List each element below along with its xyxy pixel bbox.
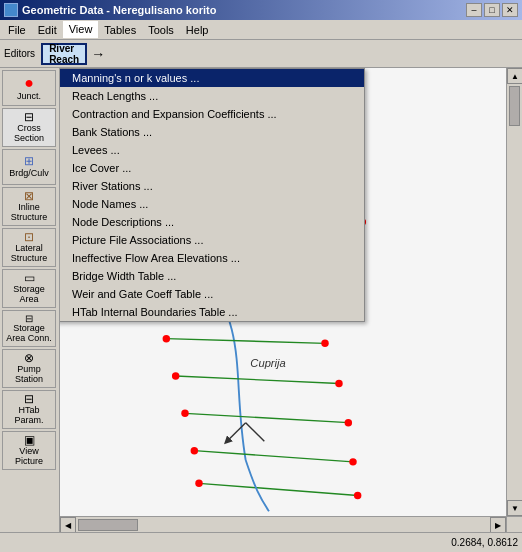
dropdown-item-node-descriptions[interactable]: Node Descriptions ...	[60, 213, 364, 231]
status-coords: 0.2684, 0.8612	[451, 537, 518, 548]
sidebar-item-storage-area[interactable]: ▭ Storage Area	[2, 269, 56, 308]
sidebar-label-pump: Pump Station	[15, 365, 43, 385]
menu-bar: File Edit View Tables Tools Help	[0, 20, 522, 40]
menu-tables[interactable]: Tables	[98, 22, 142, 38]
brdg-icon: ⊞	[24, 155, 34, 168]
main-area: ● Junct. ⊟ Cross Section ⊞ Brdg/Culv ⊠ I…	[0, 68, 522, 532]
svg-point-39	[349, 458, 356, 465]
dropdown-item-ineffective[interactable]: Ineffective Flow Area Elevations ...	[60, 249, 364, 267]
toolbar: Editors River Reach →	[0, 40, 522, 68]
scrollbar-corner	[506, 516, 522, 532]
dropdown-item-river-stations[interactable]: River Stations ...	[60, 177, 364, 195]
svg-line-10	[176, 376, 339, 383]
scroll-thumb-h[interactable]	[78, 519, 138, 531]
scroll-track-v	[507, 84, 522, 500]
svg-point-36	[181, 410, 188, 417]
sidebar-item-storage-conn[interactable]: ⊟ Storage Area Conn.	[2, 310, 56, 347]
menu-help[interactable]: Help	[180, 22, 215, 38]
scroll-track-h	[76, 517, 490, 532]
dropdown-item-htab-boundaries[interactable]: HTab Internal Boundaries Table ...	[60, 303, 364, 321]
scroll-right-button[interactable]: ▶	[490, 517, 506, 532]
menu-tools[interactable]: Tools	[142, 22, 180, 38]
view-picture-icon: ▣	[24, 434, 35, 447]
sidebar-item-junct[interactable]: ● Junct.	[2, 70, 56, 106]
junct-icon: ●	[24, 74, 34, 92]
dropdown-item-bank-stations[interactable]: Bank Stations ...	[60, 123, 364, 141]
dropdown-item-contraction[interactable]: Contraction and Expansion Coefficients .…	[60, 105, 364, 123]
scroll-left-button[interactable]: ◀	[60, 517, 76, 532]
maximize-button[interactable]: □	[484, 3, 500, 17]
svg-line-11	[185, 413, 348, 422]
status-bar: 0.2684, 0.8612	[0, 532, 522, 552]
dropdown-item-bridge-width[interactable]: Bridge Width Table ...	[60, 267, 364, 285]
htab-icon: ⊟	[24, 393, 34, 406]
scroll-down-button[interactable]: ▼	[507, 500, 522, 516]
scroll-up-button[interactable]: ▲	[507, 68, 522, 84]
canvas-area[interactable]: Cuprija ▲ ▼ ◀	[60, 68, 522, 532]
svg-line-44	[246, 423, 265, 442]
title-bar: Geometric Data - Neregulisano korito – □…	[0, 0, 522, 20]
svg-point-38	[191, 447, 198, 454]
svg-line-12	[194, 451, 353, 462]
dropdown-item-node-names[interactable]: Node Names ...	[60, 195, 364, 213]
sidebar-item-inline-structure[interactable]: ⊠ Inline Structure	[2, 187, 56, 226]
menu-view[interactable]: View	[63, 21, 99, 38]
sidebar-label-lateral: Lateral Structure	[11, 244, 48, 264]
sidebar-label-storage-conn: Storage Area Conn.	[6, 324, 52, 344]
svg-line-9	[166, 339, 325, 344]
svg-point-35	[335, 380, 342, 387]
sidebar-label-storage: Storage Area	[13, 285, 45, 305]
scroll-thumb-v[interactable]	[509, 86, 520, 126]
dropdown-menu: Manning's n or k values ... Reach Length…	[60, 68, 365, 322]
svg-point-37	[345, 419, 352, 426]
scrollbar-horizontal[interactable]: ◀ ▶	[60, 516, 506, 532]
editors-label: Editors	[4, 48, 35, 59]
sidebar-item-pump[interactable]: ⊗ Pump Station	[2, 349, 56, 388]
scrollbar-vertical[interactable]: ▲ ▼	[506, 68, 522, 516]
sidebar-label-cross-section: Cross Section	[14, 124, 44, 144]
close-button[interactable]: ✕	[502, 3, 518, 17]
svg-line-13	[199, 483, 358, 495]
app-icon	[4, 3, 18, 17]
sidebar-item-view-picture[interactable]: ▣ View Picture	[2, 431, 56, 470]
dropdown-item-picture-file[interactable]: Picture File Associations ...	[60, 231, 364, 249]
sidebar-item-cross-section[interactable]: ⊟ Cross Section	[2, 108, 56, 147]
window-title: Geometric Data - Neregulisano korito	[22, 4, 216, 16]
sidebar-label-view-picture: View Picture	[15, 447, 43, 467]
dropdown-item-ice-cover[interactable]: Ice Cover ...	[60, 159, 364, 177]
sidebar-item-htab[interactable]: ⊟ HTab Param.	[2, 390, 56, 429]
menu-edit[interactable]: Edit	[32, 22, 63, 38]
svg-point-41	[354, 492, 361, 499]
svg-point-33	[321, 340, 328, 347]
svg-text:Cuprija: Cuprija	[250, 357, 285, 369]
svg-point-40	[195, 480, 202, 487]
sidebar: ● Junct. ⊟ Cross Section ⊞ Brdg/Culv ⊠ I…	[0, 68, 60, 532]
menu-file[interactable]: File	[2, 22, 32, 38]
river-reach-button[interactable]: River Reach	[41, 43, 87, 65]
minimize-button[interactable]: –	[466, 3, 482, 17]
sidebar-item-lateral-structure[interactable]: ⊡ Lateral Structure	[2, 228, 56, 267]
sidebar-label-inline: Inline Structure	[11, 203, 48, 223]
svg-point-34	[172, 372, 179, 379]
sidebar-label-htab: HTab Param.	[14, 406, 43, 426]
sidebar-item-brdg-culv[interactable]: ⊞ Brdg/Culv	[2, 149, 56, 185]
dropdown-item-mannings[interactable]: Manning's n or k values ...	[60, 69, 364, 87]
dropdown-item-levees[interactable]: Levees ...	[60, 141, 364, 159]
arrow-icon: →	[91, 46, 105, 62]
pump-icon: ⊗	[24, 352, 34, 365]
dropdown-item-reach-lengths[interactable]: Reach Lengths ...	[60, 87, 364, 105]
sidebar-label-brdg: Brdg/Culv	[9, 169, 49, 179]
svg-point-32	[163, 335, 170, 342]
dropdown-item-weir-gate[interactable]: Weir and Gate Coeff Table ...	[60, 285, 364, 303]
sidebar-label-junct: Junct.	[17, 92, 41, 102]
